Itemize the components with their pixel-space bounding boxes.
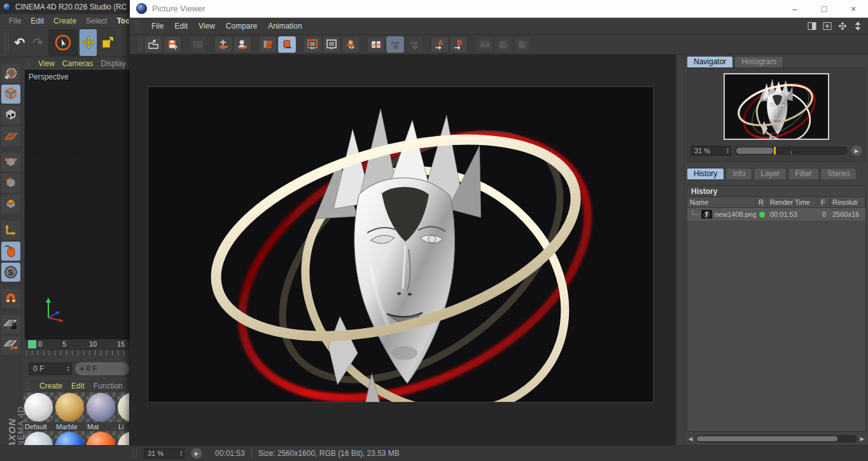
c4d-menu-file[interactable]: File [9,17,21,25]
show-alpha-button[interactable] [342,36,360,53]
swap-ab-button[interactable]: A↕B [475,36,493,53]
c4d-menu-edit[interactable]: Edit [31,17,44,25]
undo-button[interactable]: ↶ [11,31,28,55]
tab-history[interactable]: History [687,168,724,179]
current-frame-field[interactable]: 0 F ▴▾ [29,362,72,375]
frame-slider[interactable]: 0 F [75,362,129,375]
pv-menu-file[interactable]: File [151,22,164,31]
zoom-slider-thumb[interactable] [736,148,773,154]
interactive-workplane-button[interactable] [1,336,20,355]
material-pale[interactable] [117,431,129,445]
edit-render-list-button[interactable] [278,36,296,53]
timeline-playhead[interactable] [28,340,36,348]
rendered-image[interactable] [148,86,654,403]
delete-image-button[interactable] [259,36,277,53]
show-image-a-button[interactable] [304,36,321,53]
link-ab-button[interactable]: A=B= [494,36,512,53]
compare-ab-split-button[interactable]: A|B [386,36,404,53]
edges-mode-button[interactable] [1,174,20,193]
pv-menu-compare[interactable]: Compare [226,22,257,31]
drag-handle[interactable] [25,59,31,68]
scroll-left-icon[interactable]: ◀ [687,436,694,442]
render-settings-button[interactable]: 12 [189,36,207,53]
scroll-thumb[interactable] [697,436,837,441]
open-image-button[interactable] [144,36,162,53]
compare-ab-blend-button[interactable]: AB [405,36,423,53]
material-blue[interactable] [55,431,85,445]
enable-axis-button[interactable] [1,221,20,240]
send-to-author-button[interactable] [234,36,251,53]
drag-handle[interactable] [25,381,31,390]
col-f[interactable]: F [818,197,830,207]
texture-mode-button[interactable] [1,106,20,125]
minimize-button[interactable]: – [780,0,809,17]
viewport-canvas[interactable]: Perspective [25,70,129,339]
col-r[interactable]: R [756,197,767,207]
close-button[interactable]: × [839,0,868,17]
status-zoom-spinner[interactable]: ▴▾ [180,450,184,457]
matmenu-function[interactable]: Function [94,382,123,390]
col-name[interactable]: Name [687,197,756,207]
polygons-mode-button[interactable] [1,195,20,214]
matmenu-edit[interactable]: Edit [71,382,85,390]
navigator-thumbnail[interactable] [724,73,829,140]
panel-splitter[interactable] [676,55,685,445]
timeline-ruler[interactable]: 0 5 10 15 [26,339,129,350]
points-mode-button[interactable] [1,153,20,172]
ab-options-button[interactable]: A?1B [514,36,531,53]
maximize-button[interactable]: □ [809,0,839,17]
material-default[interactable]: Default [24,392,53,431]
material-orange[interactable] [86,431,116,445]
status-zoom-field[interactable]: 31 % ▴▾ [144,448,185,458]
tab-histogram[interactable]: Histogram [734,56,783,67]
pv-menu-edit[interactable]: Edit [174,22,188,31]
fit-vertical-icon[interactable] [853,21,863,31]
viewport-menu-view[interactable]: View [38,59,55,68]
material-glass[interactable] [24,431,53,445]
zoom-options-button[interactable]: ▶ [851,145,862,156]
viewport-menu-display[interactable]: Display [101,59,125,68]
history-row[interactable]: new1408.png 00:01:53 0 2560x16 [687,208,865,221]
tab-stereo[interactable]: Stereo [820,168,857,179]
tab-navigator[interactable]: Navigator [687,56,733,67]
tab-info[interactable]: Info [725,168,752,179]
workplane-mode-button[interactable] [1,127,20,146]
pv-image-canvas[interactable] [130,55,676,445]
viewport-menu-cameras[interactable]: Cameras [62,59,94,68]
zoom-spinner[interactable]: ▴▾ [727,148,731,154]
col-render-time[interactable]: Render Time [767,197,818,207]
move-tool-button[interactable] [80,29,97,56]
panel-layout-icon[interactable] [807,21,817,31]
scale-tool-button[interactable] [99,29,116,56]
drag-handle[interactable] [4,32,10,53]
drag-handle[interactable] [135,20,141,32]
pv-titlebar[interactable]: Picture Viewer – □ × [130,0,868,18]
pv-menu-view[interactable]: View [199,22,215,31]
set-as-b-button[interactable]: B [450,36,468,53]
c4d-menu-select[interactable]: Select [86,17,107,25]
redo-button[interactable]: ↷ [30,31,46,55]
set-as-a-button[interactable]: A [431,36,449,53]
col-resolution[interactable]: Resoluti [830,197,865,207]
tab-filter[interactable]: Filter [788,168,819,179]
save-image-button[interactable]: ? [164,36,181,53]
zoom-slider[interactable] [734,146,848,155]
tab-layer[interactable]: Layer [753,168,787,179]
scroll-right-icon[interactable]: ▶ [858,436,866,442]
move-panel-icon[interactable] [837,21,848,31]
scroll-track[interactable] [696,435,857,443]
material-mat[interactable]: Mat [86,392,116,431]
snap-settings-button[interactable]: S [1,263,20,282]
move-image-button[interactable] [214,36,232,53]
magnet-tool-button[interactable] [1,289,20,308]
material-marble[interactable]: Marble [55,392,85,431]
material-light[interactable]: Li [117,392,129,431]
c4d-menu-create[interactable]: Create [53,17,76,25]
live-selection-button[interactable] [48,29,78,56]
status-play-button[interactable]: ▶ [191,448,202,459]
show-image-b-button[interactable] [323,36,340,53]
drag-handle[interactable] [132,448,137,458]
drag-handle[interactable] [137,38,143,52]
pv-menu-animation[interactable]: Animation [268,22,302,31]
lock-workplane-button[interactable] [1,315,20,334]
